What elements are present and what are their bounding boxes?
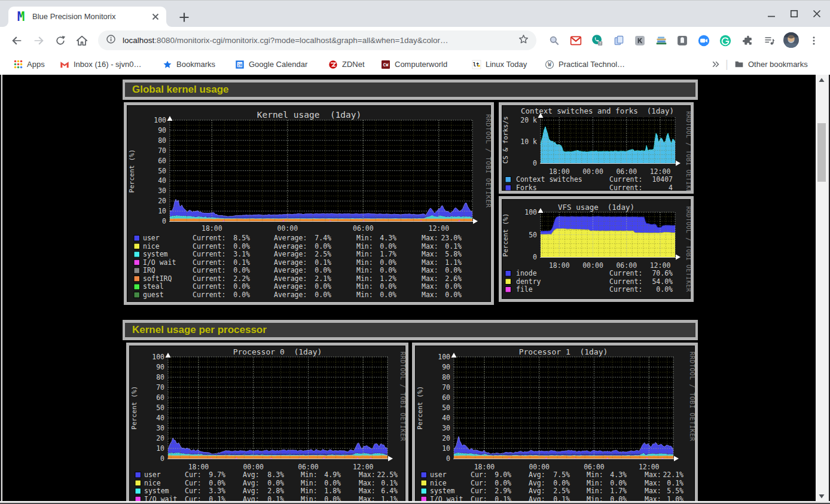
bookmark-google-calendar[interactable]: 28 Google Calendar xyxy=(235,54,307,75)
ext-search-icon[interactable] xyxy=(547,33,562,48)
legend-swatch-file xyxy=(505,287,511,293)
x-tick-label: 18:00 xyxy=(549,261,570,270)
close-window-button[interactable] xyxy=(812,9,822,22)
ext-reader-icon[interactable] xyxy=(675,33,690,48)
svg-text:CW: CW xyxy=(383,62,389,68)
y-axis-arrow xyxy=(167,116,173,121)
vertical-scrollbar[interactable] xyxy=(816,75,828,501)
legend-value: 0.0% xyxy=(380,282,396,291)
x-tick-label: 06:00 xyxy=(616,261,637,270)
graph-context-switches[interactable]: Context switches and forks (1day)CS & fo… xyxy=(499,102,694,194)
ext-keep-icon[interactable] xyxy=(632,33,648,48)
ext-zoom-icon[interactable] xyxy=(696,33,712,48)
legend-value: 0.0% xyxy=(267,479,284,487)
extensions-puzzle-icon[interactable] xyxy=(740,33,756,48)
chart-legend: Context switchesCurrent:10407ForksCurren… xyxy=(505,175,673,191)
y-axis-label: CS & forks/s xyxy=(502,116,509,163)
legend-header: Max: xyxy=(359,479,376,487)
y-tick-label: 70 xyxy=(442,383,450,392)
url-text[interactable]: localhost:8080/monitorix-cgi/monitorix.c… xyxy=(123,36,518,45)
bookmark-inbox[interactable]: Inbox (16) - sjvn0… xyxy=(60,54,141,75)
graph-image[interactable]: VFS usage (1day)Percent (%)05010018:0000… xyxy=(502,199,691,299)
legend-value: 0.1% xyxy=(445,242,462,251)
graph-processor-1[interactable]: Processor 1 (1day)Percent (%)01020304050… xyxy=(412,343,698,501)
legend-value: 0.1% xyxy=(553,495,570,501)
ext-books-icon[interactable] xyxy=(654,33,669,48)
new-tab-button[interactable] xyxy=(177,10,191,25)
legend-header: Avg: xyxy=(243,495,260,501)
y-tick-label: 60 xyxy=(156,393,164,402)
legend-value: 0.0% xyxy=(610,479,627,487)
y-tick-label: 20 k xyxy=(520,116,537,124)
legend-header: Min: xyxy=(301,479,318,487)
y-tick-label: 60 xyxy=(442,393,450,402)
y-tick-label: 50 xyxy=(529,231,537,239)
legend-swatch-softIRQ xyxy=(134,276,140,282)
x-tick-label: 18:00 xyxy=(202,224,222,233)
y-tick-label: 20 xyxy=(442,434,450,442)
legend-header: Min: xyxy=(356,258,373,267)
scroll-up-icon[interactable] xyxy=(816,75,828,85)
profile-avatar[interactable] xyxy=(783,32,799,48)
legend-header: Current: xyxy=(193,291,225,299)
bookmark-apps[interactable]: Apps xyxy=(13,54,45,75)
graph-processor-0[interactable]: Processor 0 (1day)Percent (%)01020304050… xyxy=(126,343,408,501)
tab-close-icon[interactable] xyxy=(149,11,161,23)
legend-value: 0.0% xyxy=(445,282,462,291)
graph-image[interactable]: Processor 1 (1day)Percent (%)01020304050… xyxy=(415,346,695,501)
y-tick-label: 50 xyxy=(442,404,450,412)
graph-image[interactable]: Processor 0 (1day)Percent (%)01020304050… xyxy=(129,346,405,501)
browser-menu-icon[interactable] xyxy=(806,33,822,48)
legend-header: Cur: xyxy=(471,479,487,487)
maximize-button[interactable] xyxy=(789,9,799,22)
ext-copy-icon[interactable] xyxy=(611,33,627,48)
bookmark-bookmarks[interactable]: Bookmarks xyxy=(163,54,215,75)
legend-label: user xyxy=(143,234,160,242)
y-axis-arrow xyxy=(166,353,171,358)
minimize-button[interactable] xyxy=(767,9,776,22)
legend-value: 0.0% xyxy=(324,479,341,487)
legend-value: 0.0% xyxy=(656,285,673,294)
legend-header: Min: xyxy=(301,471,318,479)
back-button[interactable] xyxy=(8,32,26,50)
graph-kernel-usage[interactable]: Kernel usage (1day)Percent (%)0102030405… xyxy=(124,102,494,305)
graph-image[interactable]: Context switches and forks (1day)CS & fo… xyxy=(502,105,691,191)
legend-header: Max: xyxy=(422,266,438,274)
forward-button[interactable] xyxy=(30,32,48,50)
legend-value: 2.5% xyxy=(553,487,570,495)
y-axis-arrow xyxy=(451,353,457,358)
bookmark-star-icon[interactable] xyxy=(518,33,529,47)
y-tick-label: 50 xyxy=(158,167,166,175)
ext-gmail-icon[interactable] xyxy=(568,33,584,48)
ext-grammarly-icon[interactable] xyxy=(718,33,733,48)
bookmark-zdnet[interactable]: ZDNet xyxy=(328,54,365,75)
scrollbar-thumb[interactable] xyxy=(817,123,826,182)
address-bar[interactable]: localhost:8080/monitorix-cgi/monitorix.c… xyxy=(98,30,536,50)
legend-header: Current: xyxy=(193,234,225,242)
browser-tab[interactable]: M Blue Precision Monitorix xyxy=(8,7,166,28)
chart-title: Processor 1 (1day) xyxy=(519,347,608,356)
legend-swatch-IRQ xyxy=(134,268,140,274)
reload-button[interactable] xyxy=(51,32,69,50)
graph-vfs-usage[interactable]: VFS usage (1day)Percent (%)05010018:0000… xyxy=(499,196,694,302)
x-tick-label: 00:00 xyxy=(582,167,603,176)
bookmark-computerworld[interactable]: CW Computerworld xyxy=(381,54,447,75)
home-button[interactable] xyxy=(73,32,91,50)
wordpress-icon: W xyxy=(545,60,554,69)
bookmarks-overflow-chevron[interactable] xyxy=(710,54,721,75)
ext-google-voice-icon[interactable]: ? xyxy=(590,33,605,48)
x-axis-arrow xyxy=(473,219,478,224)
scroll-down-icon[interactable] xyxy=(816,491,828,501)
page-info-icon[interactable] xyxy=(106,34,116,47)
x-tick-label: 00:00 xyxy=(582,261,603,270)
legend-label: steal xyxy=(143,282,164,291)
bookmark-linux-today[interactable]: lt Linux Today xyxy=(472,54,527,75)
legend-value: 7.5% xyxy=(553,471,570,479)
ext-playlist-icon[interactable] xyxy=(762,33,777,48)
bookmark-practical-technology[interactable]: W Practical Technol… xyxy=(545,54,625,75)
y-axis-label: Percent (%) xyxy=(502,213,509,257)
graph-image[interactable]: Kernel usage (1day)Percent (%)0102030405… xyxy=(127,105,491,302)
legend-value: 0.0% xyxy=(380,266,396,274)
other-bookmarks[interactable]: Other bookmarks xyxy=(734,54,808,75)
legend-value: 0.0% xyxy=(233,242,250,251)
